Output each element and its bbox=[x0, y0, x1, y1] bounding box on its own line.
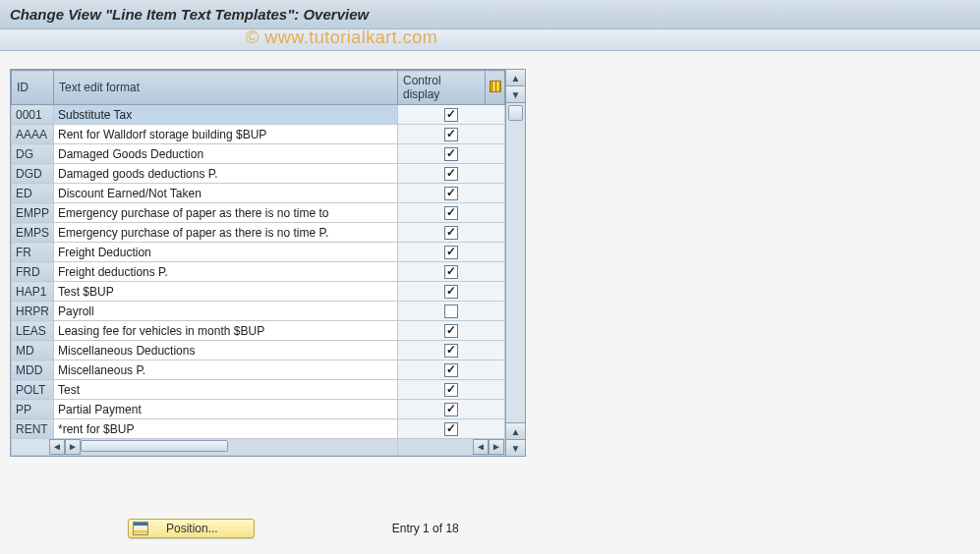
table-config-icon bbox=[490, 81, 501, 92]
control-display-checkbox[interactable] bbox=[444, 128, 458, 141]
scroll-up-step-button[interactable]: ▲ bbox=[506, 422, 525, 439]
row-text-cell[interactable]: Test bbox=[54, 380, 398, 400]
scroll-up-button[interactable]: ▲ bbox=[506, 70, 525, 86]
table-row[interactable]: FRFreight Deduction bbox=[12, 243, 505, 262]
table-row[interactable]: PPPartial Payment bbox=[12, 400, 505, 419]
row-text-cell[interactable]: Substitute Tax bbox=[54, 105, 398, 125]
row-text-cell[interactable]: Miscellaneous Deductions bbox=[54, 341, 398, 360]
table-config-button[interactable] bbox=[486, 71, 505, 105]
control-display-checkbox[interactable] bbox=[444, 108, 458, 122]
templates-table-container: ID Text edit format Control display 0001… bbox=[10, 69, 526, 457]
hscroll-track-left[interactable] bbox=[81, 439, 397, 455]
row-id-cell[interactable]: POLT bbox=[12, 380, 54, 400]
table-row[interactable]: EMPPEmergency purchase of paper as there… bbox=[12, 203, 505, 223]
control-display-checkbox[interactable] bbox=[444, 167, 458, 181]
row-id-cell[interactable]: DGD bbox=[12, 164, 54, 184]
table-row[interactable]: HRPRPayroll bbox=[12, 302, 505, 321]
row-control-cell bbox=[398, 164, 505, 184]
row-text-cell[interactable]: Emergency purchase of paper as there is … bbox=[54, 203, 398, 223]
row-text-cell[interactable]: Rent for Walldorf storage building $BUP bbox=[54, 125, 398, 144]
row-id-cell[interactable]: RENT bbox=[12, 419, 54, 439]
row-control-cell bbox=[398, 125, 505, 144]
scroll-down-step-button[interactable]: ▼ bbox=[506, 86, 525, 103]
control-display-checkbox[interactable] bbox=[444, 147, 458, 161]
row-text-cell[interactable]: *rent for $BUP bbox=[54, 419, 398, 439]
control-display-checkbox[interactable] bbox=[444, 344, 458, 358]
row-id-cell[interactable]: ED bbox=[12, 184, 54, 203]
row-control-cell bbox=[398, 184, 505, 203]
footer-bar: Position... Entry 1 of 18 bbox=[0, 519, 980, 538]
table-row[interactable]: AAAARent for Walldorf storage building $… bbox=[12, 125, 505, 144]
row-text-cell[interactable]: Miscellaneous P. bbox=[54, 360, 398, 380]
row-id-cell[interactable]: HAP1 bbox=[12, 282, 54, 302]
row-id-cell[interactable]: 0001 bbox=[12, 105, 54, 125]
table-row[interactable]: 0001Substitute Tax bbox=[12, 105, 505, 125]
table-row[interactable]: LEASLeasing fee for vehicles in month $B… bbox=[12, 321, 505, 341]
control-display-checkbox[interactable] bbox=[444, 206, 458, 220]
row-id-cell[interactable]: FR bbox=[12, 243, 54, 262]
row-id-cell[interactable]: HRPR bbox=[12, 302, 54, 321]
row-id-cell[interactable]: PP bbox=[12, 400, 54, 419]
row-text-cell[interactable]: Emergency purchase of paper as there is … bbox=[54, 223, 398, 243]
control-display-checkbox[interactable] bbox=[444, 422, 458, 436]
row-id-cell[interactable]: MD bbox=[12, 341, 54, 360]
row-id-cell[interactable]: DG bbox=[12, 144, 54, 164]
table-row[interactable]: MDMiscellaneous Deductions bbox=[12, 341, 505, 360]
table-row[interactable]: EMPSEmergency purchase of paper as there… bbox=[12, 223, 505, 243]
row-text-cell[interactable]: Damaged goods deductions P. bbox=[54, 164, 398, 184]
page-title: Change View "Line Item Text Templates": … bbox=[0, 0, 980, 29]
control-display-checkbox[interactable] bbox=[444, 265, 458, 279]
scroll-thumb[interactable] bbox=[508, 105, 523, 121]
table-row[interactable]: DGDamaged Goods Deduction bbox=[12, 144, 505, 164]
row-control-cell bbox=[398, 341, 505, 360]
control-display-checkbox[interactable] bbox=[444, 226, 458, 240]
hscroll-left-button[interactable]: ◄ bbox=[49, 439, 65, 455]
control-display-checkbox[interactable] bbox=[444, 246, 458, 259]
control-display-checkbox[interactable] bbox=[444, 324, 458, 338]
table-row[interactable]: MDDMiscellaneous P. bbox=[12, 360, 505, 380]
row-text-cell[interactable]: Partial Payment bbox=[54, 400, 398, 419]
col-header-id[interactable]: ID bbox=[12, 71, 54, 105]
row-control-cell bbox=[398, 360, 505, 380]
control-display-checkbox[interactable] bbox=[444, 187, 458, 200]
control-display-checkbox[interactable] bbox=[444, 305, 458, 318]
col-header-text[interactable]: Text edit format bbox=[54, 71, 398, 105]
row-text-cell[interactable]: Damaged Goods Deduction bbox=[54, 144, 398, 164]
table-row[interactable]: DGDDamaged goods deductions P. bbox=[12, 164, 505, 184]
control-display-checkbox[interactable] bbox=[444, 285, 458, 299]
table-row[interactable]: FRDFreight deductions P. bbox=[12, 262, 505, 282]
row-text-cell[interactable]: Freight Deduction bbox=[54, 243, 398, 262]
hscroll-right-group: ◄ ► bbox=[398, 439, 505, 456]
hscroll-left2-button[interactable]: ◄ bbox=[473, 439, 489, 455]
scroll-down-button[interactable]: ▼ bbox=[506, 439, 525, 456]
row-control-cell bbox=[398, 144, 505, 164]
table-row[interactable]: RENT*rent for $BUP bbox=[12, 419, 505, 439]
row-text-cell[interactable]: Payroll bbox=[54, 302, 398, 321]
hscroll-thumb-left[interactable] bbox=[81, 440, 228, 452]
row-id-cell[interactable]: AAAA bbox=[12, 125, 54, 144]
table-row[interactable]: EDDiscount Earned/Not Taken bbox=[12, 184, 505, 203]
row-id-cell[interactable]: LEAS bbox=[12, 321, 54, 341]
entry-status: Entry 1 of 18 bbox=[392, 522, 459, 535]
row-text-cell[interactable]: Freight deductions P. bbox=[54, 262, 398, 282]
control-display-checkbox[interactable] bbox=[444, 403, 458, 416]
hscroll-right-button[interactable]: ► bbox=[65, 439, 81, 455]
position-button[interactable]: Position... bbox=[128, 519, 255, 538]
table-row[interactable]: HAP1Test $BUP bbox=[12, 282, 505, 302]
row-id-cell[interactable]: EMPP bbox=[12, 203, 54, 223]
row-id-cell[interactable]: EMPS bbox=[12, 223, 54, 243]
row-control-cell bbox=[398, 380, 505, 400]
vertical-scrollbar[interactable]: ▲ ▼ ▲ ▼ bbox=[505, 70, 525, 456]
row-text-cell[interactable]: Test $BUP bbox=[54, 282, 398, 302]
row-text-cell[interactable]: Discount Earned/Not Taken bbox=[54, 184, 398, 203]
control-display-checkbox[interactable] bbox=[444, 383, 458, 397]
row-id-cell[interactable]: MDD bbox=[12, 360, 54, 380]
row-text-cell[interactable]: Leasing fee for vehicles in month $BUP bbox=[54, 321, 398, 341]
control-display-checkbox[interactable] bbox=[444, 363, 458, 377]
row-control-cell bbox=[398, 302, 505, 321]
hscroll-track-right[interactable] bbox=[398, 439, 473, 455]
table-row[interactable]: POLTTest bbox=[12, 380, 505, 400]
col-header-control[interactable]: Control display bbox=[398, 71, 486, 105]
hscroll-right2-button[interactable]: ► bbox=[489, 439, 504, 455]
row-id-cell[interactable]: FRD bbox=[12, 262, 54, 282]
